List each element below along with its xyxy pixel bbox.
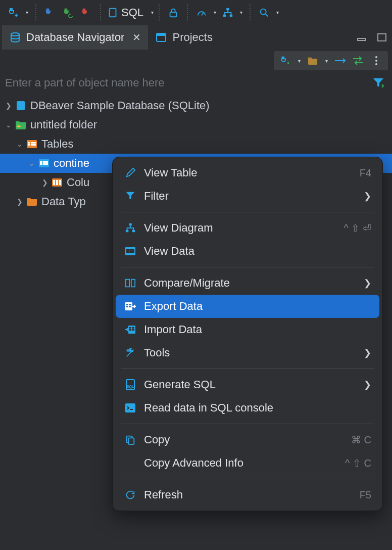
filter-bar [0,72,392,94]
menu-view-diagram[interactable]: View Diagram ^ ⇧ ⏎ [116,216,379,240]
tables-folder-icon [25,138,38,151]
filter-input[interactable] [5,76,370,89]
menu-export-data[interactable]: Export Data [116,295,379,318]
sql-dropdown[interactable]: ▾ [149,4,156,21]
svg-point-11 [375,56,377,58]
search-dropdown[interactable]: ▾ [274,4,281,21]
tree-item-untitled-folder[interactable]: ⌄ untitled folder [0,115,392,134]
menu-refresh[interactable]: Refresh F5 [116,483,379,507]
plug-reconnect-button[interactable] [60,4,77,21]
menu-view-table[interactable]: View Table F4 [116,161,379,185]
project-icon [155,31,167,43]
lock-button[interactable] [165,4,182,21]
svg-rect-17 [28,142,30,144]
more-icon[interactable] [369,53,384,68]
maximize-view-button[interactable] [372,25,392,50]
svg-text:SQL: SQL [127,385,134,389]
menu-import-data[interactable]: Import Data [116,318,379,341]
sql-editor-button[interactable]: SQL [104,4,148,21]
menu-view-data[interactable]: View Data [116,240,379,263]
filter-icon[interactable] [370,74,387,91]
menu-copy[interactable]: Copy ⌘ C [116,428,379,451]
schema-dropdown[interactable]: ▾ [237,4,244,21]
minimize-view-button[interactable] [352,25,372,50]
tree-label: Colu [67,176,89,189]
menu-read-sql-console[interactable]: Read data in SQL console [116,396,379,420]
svg-rect-52 [125,403,135,412]
svg-rect-19 [28,144,30,146]
svg-rect-18 [31,142,36,144]
compare-icon [124,277,137,290]
diagram-icon [124,221,137,235]
menu-separator [121,267,374,267]
copy-icon [124,433,137,446]
close-icon[interactable]: ✕ [132,31,141,43]
svg-point-13 [375,63,377,65]
database-icon [9,31,21,43]
database-icon [14,99,27,112]
import-icon [124,323,137,336]
tab-projects[interactable]: Projects [148,25,219,50]
tree-item-sample-db[interactable]: ❯ DBeaver Sample Database (SQLite) [0,96,392,115]
tab-database-navigator[interactable]: Database Navigator ✕ [2,25,148,50]
grid-icon [124,245,137,258]
svg-rect-35 [129,249,134,251]
search-button[interactable] [256,4,273,21]
schema-button[interactable] [219,4,236,21]
tree-label: Data Typ [41,195,86,208]
collapse-icon[interactable]: ⌄ [14,140,25,148]
svg-rect-24 [40,163,42,165]
toolbar-separator [250,4,251,21]
funnel-icon [124,190,137,203]
chevron-right-icon: ❯ [364,379,371,390]
new-connection-dropdown[interactable]: ▾ [23,4,30,21]
svg-rect-30 [129,223,132,226]
menu-label: Compare/Migrate [144,277,357,290]
collapse-icon[interactable]: ⌄ [26,159,37,167]
svg-rect-38 [126,280,129,287]
svg-rect-43 [126,306,128,307]
expand-icon[interactable]: ❯ [3,102,14,110]
svg-rect-42 [129,304,131,305]
svg-rect-25 [43,163,48,165]
menu-generate-sql[interactable]: SQL Generate SQL ❯ [116,373,379,396]
new-folder-dd[interactable]: ▾ [323,53,329,68]
svg-rect-39 [131,280,135,287]
menu-filter[interactable]: Filter ❯ [116,185,379,208]
new-connection-button[interactable] [5,4,22,21]
svg-rect-2 [226,8,229,10]
menu-label: Refresh [144,488,353,501]
toolbar-separator [187,4,188,21]
new-connection-icon[interactable] [278,53,293,68]
dashboard-button[interactable] [193,4,210,21]
menu-label: Filter [144,190,357,203]
tree-item-tables[interactable]: ⌄ Tables [0,134,392,154]
svg-rect-28 [56,180,58,185]
menu-compare-migrate[interactable]: Compare/Migrate ❯ [116,271,379,295]
expand-icon[interactable]: ❯ [39,178,51,187]
menu-tools[interactable]: Tools ❯ [116,341,379,364]
svg-rect-8 [157,33,166,36]
menu-label: Generate SQL [144,378,357,391]
menu-copy-advanced[interactable]: Copy Advanced Info ^ ⇧ C [116,451,379,475]
svg-rect-44 [129,306,131,307]
chevron-right-icon: ❯ [364,191,371,202]
columns-icon [51,176,64,189]
console-icon [124,401,137,415]
svg-rect-29 [59,180,61,185]
dashboard-dropdown[interactable]: ▾ [211,4,218,21]
collapse-icon[interactable]: ⌄ [3,121,14,129]
link-icon[interactable] [332,53,348,68]
plug-connect-button[interactable] [41,4,59,21]
new-connection-dd[interactable]: ▾ [296,53,302,68]
plug-disconnect-button[interactable] [78,4,95,21]
menu-shortcut: F4 [360,167,371,179]
tree-label: untitled folder [30,118,97,131]
svg-rect-3 [223,14,226,17]
svg-rect-48 [129,329,131,331]
sql-file-icon: SQL [124,378,137,391]
swap-icon[interactable] [351,53,366,68]
expand-icon[interactable]: ❯ [14,198,25,206]
menu-shortcut: F5 [360,489,371,501]
new-folder-icon[interactable] [305,53,320,68]
